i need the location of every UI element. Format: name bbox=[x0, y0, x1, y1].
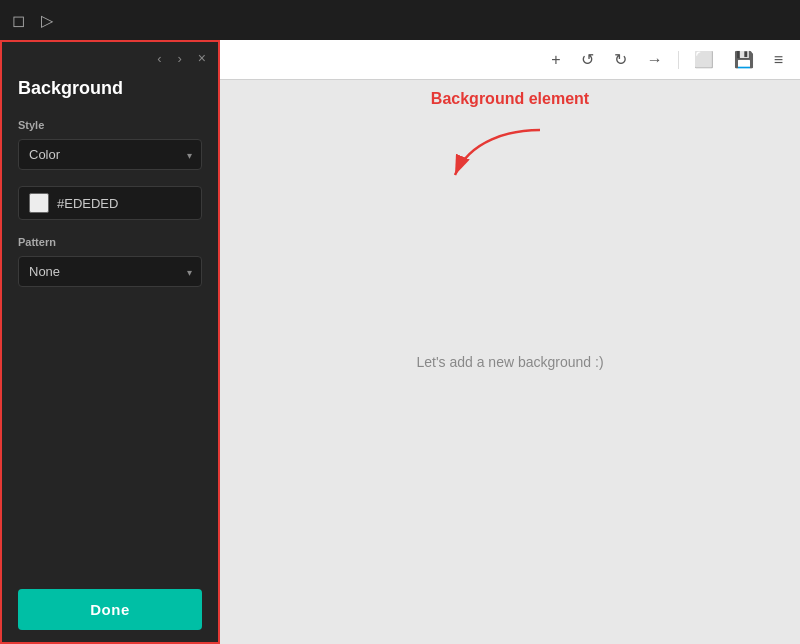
add-button[interactable]: + bbox=[546, 47, 565, 73]
top-toolbar: ◻ ▷ bbox=[0, 0, 800, 40]
color-swatch bbox=[29, 193, 49, 213]
done-button[interactable]: Done bbox=[18, 589, 202, 630]
menu-button[interactable]: ≡ bbox=[769, 47, 788, 73]
annotation-arrow-container bbox=[450, 125, 550, 189]
panel-title: Background bbox=[2, 74, 218, 111]
canvas-toolbar: + ↺ ↻ → ⬜ 💾 ≡ bbox=[220, 40, 800, 80]
color-row[interactable]: #EDEDED bbox=[18, 186, 202, 220]
save-button[interactable]: 💾 bbox=[729, 46, 759, 73]
redo-button-b[interactable]: → bbox=[642, 47, 668, 73]
color-value: #EDEDED bbox=[57, 196, 118, 211]
panel-footer: Done bbox=[2, 577, 218, 642]
main-layout: ‹ › × Background Style Color Gradient Im… bbox=[0, 40, 800, 644]
annotation-arrow-svg bbox=[450, 125, 550, 185]
canvas-main: Background element Let's add a new backg… bbox=[220, 80, 800, 644]
annotation-label: Background element bbox=[431, 90, 589, 107]
panel-close-button[interactable]: × bbox=[194, 48, 210, 68]
pattern-dropdown-wrapper: None Dots Lines Grid ▾ bbox=[18, 256, 202, 287]
left-panel: ‹ › × Background Style Color Gradient Im… bbox=[0, 40, 220, 644]
style-dropdown-wrapper: Color Gradient Image None ▾ bbox=[18, 139, 202, 170]
pattern-section-label: Pattern bbox=[18, 236, 202, 248]
redo-button-a[interactable]: ↻ bbox=[609, 46, 632, 73]
panel-nav-next[interactable]: › bbox=[173, 49, 185, 68]
panel-nav-prev[interactable]: ‹ bbox=[153, 49, 165, 68]
stop-icon[interactable]: ◻ bbox=[8, 7, 29, 34]
canvas-area: + ↺ ↻ → ⬜ 💾 ≡ Background element bbox=[220, 40, 800, 644]
style-dropdown[interactable]: Color Gradient Image None bbox=[18, 139, 202, 170]
annotation-container: Background element bbox=[431, 90, 589, 108]
mobile-preview-button[interactable]: ⬜ bbox=[689, 46, 719, 73]
style-section-label: Style bbox=[18, 119, 202, 131]
toolbar-separator bbox=[678, 51, 679, 69]
canvas-placeholder-text: Let's add a new background :) bbox=[416, 354, 603, 370]
pattern-dropdown[interactable]: None Dots Lines Grid bbox=[18, 256, 202, 287]
play-icon[interactable]: ▷ bbox=[37, 7, 57, 34]
undo-button[interactable]: ↺ bbox=[576, 46, 599, 73]
panel-header: ‹ › × bbox=[2, 42, 218, 74]
pattern-section: Pattern None Dots Lines Grid ▾ bbox=[18, 236, 202, 287]
panel-content: Style Color Gradient Image None ▾ #EDEDE… bbox=[2, 111, 218, 577]
